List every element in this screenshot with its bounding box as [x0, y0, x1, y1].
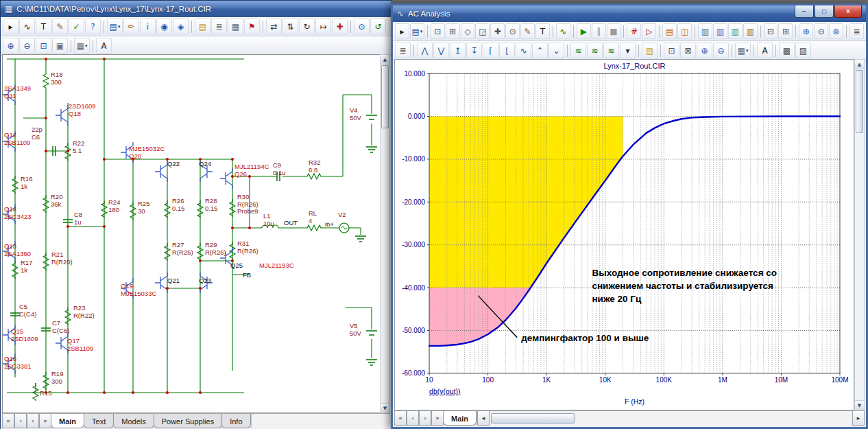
component-label[interactable]: Q25	[230, 262, 243, 270]
help-mode-button[interactable]: ?	[85, 19, 101, 34]
watch-button[interactable]: ◫	[677, 23, 692, 39]
component-label[interactable]: Q12 2SB1109	[4, 132, 30, 146]
select-region-button[interactable]: ⊡	[431, 23, 445, 39]
component-label[interactable]: R19 300	[51, 371, 63, 385]
track-cursor-button[interactable]: ⊡	[664, 43, 679, 58]
layers-button[interactable]: ≣	[849, 23, 864, 39]
text-mode-button[interactable]: T	[535, 23, 550, 39]
zoom-out-button[interactable]: ⊖	[713, 43, 729, 58]
scroll-thumb[interactable]	[381, 65, 389, 128]
zoom-window-button[interactable]: ⊞	[446, 23, 460, 39]
cursor-valley-button[interactable]: ⋁	[433, 43, 449, 58]
component-label[interactable]: R24 180	[108, 199, 120, 213]
zoom-out-button[interactable]: ⊖	[19, 38, 35, 54]
notebook-button[interactable]: ▤	[642, 43, 658, 58]
schematic-vertical-scrollbar[interactable]: ▲ ▼	[380, 54, 390, 413]
split-vertical-button[interactable]: ⊞	[778, 23, 793, 39]
component-label[interactable]: C9 0.1u	[273, 162, 286, 176]
pan-button[interactable]: ◇	[461, 23, 475, 39]
component-label[interactable]: R25 30	[138, 200, 149, 215]
point-tag-button[interactable]: ⊙	[505, 23, 520, 39]
tab-scroll-button-2[interactable]: ›	[27, 414, 39, 428]
chart-properties-button[interactable]: ∿	[556, 23, 570, 39]
mirror-horizontal-button[interactable]: ⇄	[266, 19, 282, 34]
send-to-back-button[interactable]: ▩	[779, 43, 795, 58]
component-label[interactable]: R30 R(R26) Probe9	[237, 194, 258, 216]
component-label[interactable]: Q15 2SD1609	[11, 328, 38, 343]
component-label[interactable]: R22 5.1	[73, 140, 84, 154]
cursor-peak-button[interactable]: ⋀	[417, 43, 433, 58]
component-label[interactable]: R23 R(R22)	[73, 305, 95, 319]
component-label[interactable]: 2SA1349 Q11	[4, 85, 31, 100]
annotation-text-0[interactable]: Выходное сопротивление снижается сосниже…	[592, 268, 777, 304]
baseline-button[interactable]: ▥	[743, 23, 758, 39]
tab-scroll-button-3[interactable]: »	[39, 414, 51, 428]
component-label[interactable]: R26 0.15	[172, 198, 185, 212]
scroll-up-icon[interactable]: ▲	[381, 55, 389, 65]
wire-mode-button[interactable]: ✎	[52, 19, 68, 34]
component-label[interactable]: Q17 2SB1109	[67, 338, 93, 352]
cursor-bottom-button[interactable]: ⌊	[499, 43, 515, 58]
tab-scroll-button-1[interactable]: ‹	[14, 414, 27, 428]
minimize-button[interactable]: −	[795, 5, 814, 18]
ac-analysis-plot[interactable]: 10.0000.000-10.000-20.000-30.000-40.000-…	[394, 59, 854, 410]
tab-scroll-button-0[interactable]: «	[394, 411, 407, 426]
zoom-fit-button[interactable]: ⊚	[829, 23, 843, 39]
cursor-low-button[interactable]: ↧	[466, 43, 482, 58]
scroll-left-icon[interactable]: ◂	[477, 411, 490, 426]
cursor-global-high-button[interactable]: ⌃	[532, 43, 548, 58]
flag-button[interactable]: ⚑	[244, 19, 260, 34]
find-button[interactable]: ⊙	[354, 19, 370, 34]
component-label[interactable]: R27 R(R26)	[172, 242, 193, 256]
select-cursor-button[interactable]: ▸	[3, 19, 19, 34]
split-horizontal-button[interactable]: ⊟	[764, 23, 778, 39]
annotation-text-1[interactable]: демпингфактор 100 и выше	[521, 333, 649, 343]
tab-text[interactable]: Text	[84, 414, 114, 428]
track-region-button[interactable]: ⊠	[680, 43, 696, 58]
ruler-button[interactable]: ▥	[728, 23, 743, 39]
close-button[interactable]: ×	[834, 5, 862, 18]
component-label[interactable]: V5 50V	[350, 323, 361, 337]
web-button[interactable]: ◉	[156, 19, 172, 34]
component-label[interactable]: R17 1k	[21, 259, 32, 274]
grid-button[interactable]: ▦▾	[74, 38, 90, 54]
zoom-in-button[interactable]: ⊕	[697, 43, 712, 58]
tab-scroll-button-3[interactable]: »	[431, 411, 444, 426]
spreadsheet-button[interactable]: ▦	[228, 19, 243, 34]
component-label[interactable]: R15	[40, 390, 51, 397]
select-cursor-button[interactable]: ▸	[395, 23, 409, 39]
component-label[interactable]: OUT	[284, 220, 298, 227]
zoom-out-button[interactable]: ⊖	[814, 23, 828, 39]
paste-button[interactable]: ▤▾	[107, 19, 123, 34]
component-label[interactable]: L1 10u	[263, 213, 274, 227]
report-button[interactable]: ≣	[211, 19, 227, 34]
text-mode-button[interactable]: T	[36, 19, 51, 34]
link-button[interactable]: ◈	[173, 19, 189, 34]
component-label[interactable]: MJL21193C	[259, 262, 294, 270]
font-button[interactable]: A	[96, 38, 112, 54]
component-label[interactable]: V2	[338, 211, 346, 219]
zoom-in-button[interactable]: ⊕	[3, 38, 19, 54]
pencil-button[interactable]: ✎	[520, 23, 535, 39]
cursor-inflection-button[interactable]: ∿	[516, 43, 531, 58]
component-label[interactable]: V4 50V	[350, 107, 361, 121]
component-label[interactable]: R16 1k	[21, 176, 32, 190]
legend-db-vout[interactable]: db(v(out))	[429, 387, 461, 395]
line-mode-button[interactable]: ✓	[69, 19, 84, 34]
info-button[interactable]: i	[140, 19, 156, 34]
probe-button[interactable]: ▷	[642, 23, 656, 39]
step-button[interactable]: ↦	[315, 19, 331, 34]
tab-scroll-button-2[interactable]: ›	[419, 411, 431, 426]
cursor-global-low-button[interactable]: ⌄	[548, 43, 564, 58]
run-button[interactable]: ▶	[577, 23, 591, 39]
component-label[interactable]: R20 36k	[51, 194, 62, 208]
overlay-3-button[interactable]: ≋	[603, 43, 619, 58]
tab-main[interactable]: Main	[51, 414, 84, 428]
component-label[interactable]: Q16 2SC3381	[4, 356, 32, 370]
pause-button[interactable]: ‖	[592, 23, 606, 39]
component-label[interactable]: in+	[325, 221, 334, 229]
rotate-button[interactable]: ↻	[299, 19, 315, 34]
zoom-in-button[interactable]: ⊕	[799, 23, 813, 39]
capture-image-button[interactable]: ▣	[52, 38, 68, 54]
paste-button[interactable]: ▤▾	[410, 23, 424, 39]
